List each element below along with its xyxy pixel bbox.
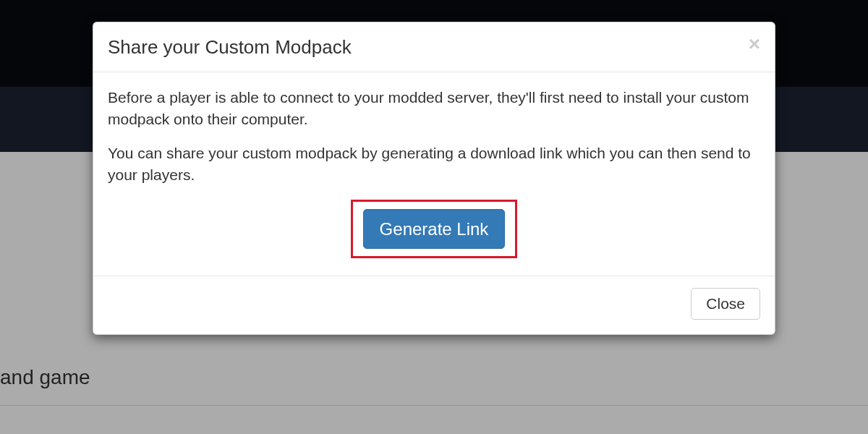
share-modpack-modal: Share your Custom Modpack × Before a pla… bbox=[93, 22, 775, 335]
modal-footer: Close bbox=[93, 276, 775, 334]
generate-link-button[interactable]: Generate Link bbox=[363, 209, 506, 249]
modal-body: Before a player is able to connect to yo… bbox=[93, 72, 775, 276]
modal-paragraph-1: Before a player is able to connect to yo… bbox=[108, 87, 760, 131]
highlight-box: Generate Link bbox=[351, 200, 518, 258]
close-icon[interactable]: × bbox=[749, 34, 760, 54]
generate-button-wrap: Generate Link bbox=[108, 200, 760, 258]
close-button[interactable]: Close bbox=[691, 288, 760, 320]
modal-title: Share your Custom Modpack bbox=[108, 35, 352, 60]
modal-header: Share your Custom Modpack × bbox=[93, 22, 775, 72]
modal-paragraph-2: You can share your custom modpack by gen… bbox=[108, 142, 760, 187]
